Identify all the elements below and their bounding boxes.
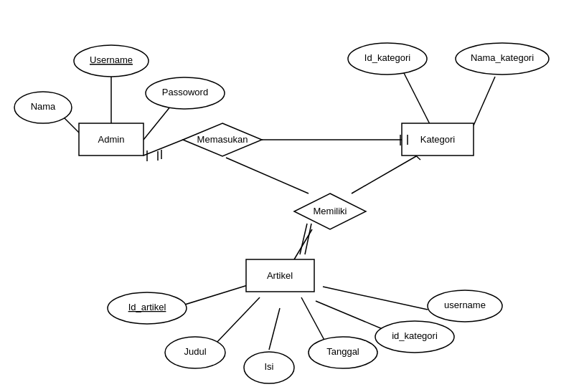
line-judul-artikel [215,297,260,344]
entity-artikel-label: Artikel [267,270,293,281]
line-namakat-kat [474,77,495,125]
attr-id-kategori-artikel-label: id_kategori [392,330,438,341]
attr-nama-label: Nama [31,101,56,112]
attr-id-kategori-label: Id_kategori [364,52,410,63]
attr-username-artikel-label: username [444,300,486,310]
line-memasukan-memiliki [226,158,309,193]
line-idkat-kat [403,72,430,125]
er-diagram: Admin Kategori Artikel Memasukan Memilik… [0,0,579,392]
attr-passoword-label: Passoword [162,87,208,97]
attr-judul-label: Judul [184,346,206,357]
relation-memiliki-label: Memiliki [314,206,347,216]
attr-nama-kategori-label: Nama_kategori [471,52,534,63]
line-idkat2-artikel [316,301,387,331]
attr-tanggal-label: Tanggal [326,346,359,357]
relation-memasukan-label: Memasukan [197,134,248,145]
line-username-artikel [323,287,428,310]
line-idartikel-artikel [178,285,248,307]
attr-id-artikel-label: Id_artikel [128,302,166,312]
line-passoword-admin [143,106,171,140]
line-isi-artikel [269,308,280,350]
entity-kategori-label: Kategori [420,134,456,145]
attr-isi-label: Isi [265,361,274,372]
entity-admin-label: Admin [98,134,125,145]
line-kat-memiliki [352,156,416,193]
line-admin-memasukan [143,140,183,156]
attr-username-label: Username [90,54,133,65]
